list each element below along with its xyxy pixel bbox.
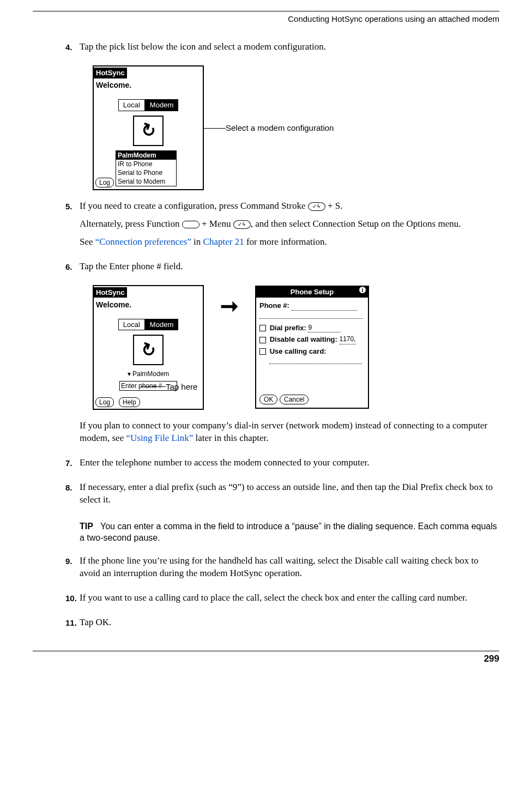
dial-prefix-label: Dial prefix: [270, 324, 306, 332]
calling-card-field[interactable] [269, 359, 362, 364]
modem-config-list[interactable]: PalmModem IR to Phone Serial to Phone Se… [116, 150, 177, 187]
phone-number-field-2[interactable] [259, 314, 363, 319]
page-number: 299 [33, 653, 499, 665]
disable-cw-field[interactable]: 1170, [340, 335, 356, 344]
step-11-text: Tap OK. [80, 616, 499, 629]
link-connection-prefs[interactable]: “Connection preferences” [95, 237, 191, 247]
running-header: Conducting HotSync operations using an a… [33, 14, 499, 25]
disable-cw-label: Disable call waiting: [270, 335, 337, 343]
hotsync-title-2: HotSync [94, 287, 127, 298]
step-9: 9. If the phone line you’re using for th… [65, 555, 499, 585]
phone-number-row: Phone #: [259, 301, 365, 311]
modem-dropdown[interactable]: ▾ PalmModem [94, 370, 203, 378]
disable-cw-checkbox[interactable] [259, 337, 266, 343]
hotsync-icon-2[interactable]: ↻ [133, 335, 164, 365]
tip-text: You can enter a comma in the field to in… [80, 522, 497, 543]
step-9-text: If the phone line you’re using for the h… [80, 555, 499, 580]
ok-button[interactable]: OK [259, 395, 277, 404]
step-6: 6. Tap the Enter phone # field. [65, 261, 499, 279]
step-5-line3: See “Connection preferences” in Chapter … [80, 236, 499, 249]
calling-card-checkbox[interactable] [259, 348, 266, 355]
figure-1: HotSync Welcome. Local Modem ↻ PalmModem… [93, 65, 499, 190]
dial-prefix-field[interactable]: 9 [308, 323, 341, 332]
list-item-serial-phone[interactable]: Serial to Phone [116, 168, 176, 177]
welcome-text: Welcome. [96, 80, 203, 90]
tab-local[interactable]: Local [118, 99, 145, 111]
phone-number-field[interactable] [292, 310, 357, 311]
hotsync-icon[interactable]: ↻ [133, 116, 164, 146]
step-8-text: If necessary, enter a dial prefix (such … [80, 481, 499, 506]
help-button[interactable]: Help [119, 397, 140, 407]
step-6-text: Tap the Enter phone # field. [80, 261, 499, 273]
step-11-num: 11. [65, 616, 80, 634]
step-5: 5. If you need to create a configuration… [65, 200, 499, 254]
phone-setup-title: Phone Setup i [256, 287, 368, 298]
log-button[interactable]: Log [95, 178, 114, 187]
step-11: 11. Tap OK. [65, 616, 499, 634]
list-item-palmmodem[interactable]: PalmModem [116, 151, 176, 160]
step-6-note: If you plan to connect to your company’s… [65, 420, 499, 450]
step-7-text: Enter the telephone number to access the… [80, 457, 499, 469]
step-7: 7. Enter the telephone number to access … [65, 457, 499, 475]
step-8: 8. If necessary, enter a dial prefix (su… [65, 481, 499, 512]
step-10: 10. If you want to use a calling card to… [65, 592, 499, 610]
calling-card-label: Use calling card: [270, 347, 327, 355]
tab-local-2[interactable]: Local [118, 319, 145, 331]
phone-setup-dialog: Phone Setup i Phone #: Dial prefix: 9 [255, 286, 369, 409]
callout-select-modem: Select a modem configuration [226, 123, 334, 134]
tip-block: TIP You can enter a comma in the field t… [80, 520, 499, 544]
step-9-num: 9. [65, 555, 80, 585]
palm-screen-1: HotSync Welcome. Local Modem ↻ PalmModem… [93, 65, 204, 190]
hotsync-title: HotSync [94, 68, 127, 78]
step-5-line2: Alternately, press Function + Menu ✓ϟ, a… [80, 218, 499, 231]
step-4-num: 4. [65, 41, 80, 59]
tab-modem[interactable]: Modem [145, 99, 178, 111]
step-7-num: 7. [65, 457, 80, 475]
step-5-line1: If you need to create a configuration, p… [80, 200, 499, 213]
log-button-2[interactable]: Log [95, 397, 114, 407]
step-10-num: 10. [65, 592, 80, 610]
list-item-serial-modem[interactable]: Serial to Modem [116, 177, 176, 186]
tip-label: TIP [80, 522, 93, 531]
function-key-icon [182, 221, 200, 228]
link-chapter-21[interactable]: Chapter 21 [203, 237, 244, 247]
menu-key-icon: ✓ϟ [233, 220, 251, 229]
welcome-text-2: Welcome. [96, 300, 203, 310]
step-10-text: If you want to use a calling card to pla… [80, 592, 499, 604]
command-stroke-icon: ✓ϟ [308, 202, 325, 211]
step-8-num: 8. [65, 481, 80, 512]
step-6-num: 6. [65, 261, 80, 279]
step-5-num: 5. [65, 200, 80, 254]
info-icon[interactable]: i [359, 287, 366, 293]
dial-prefix-checkbox[interactable] [259, 325, 266, 331]
sync-glyph-icon: ↻ [137, 117, 159, 144]
step-4-text: Tap the pick list below the icon and sel… [80, 41, 499, 53]
arrow-icon: ➞ [220, 302, 239, 311]
link-using-file-link[interactable]: “Using File Link” [126, 433, 193, 443]
tab-modem-2[interactable]: Modem [145, 319, 178, 331]
callout-tap-here: Tap here [166, 382, 197, 392]
step-4: 4. Tap the pick list below the icon and … [65, 41, 499, 59]
sync-glyph-icon-2: ↻ [137, 336, 159, 364]
list-item-ir[interactable]: IR to Phone [116, 160, 176, 168]
cancel-button[interactable]: Cancel [280, 395, 309, 404]
figure-2: HotSync Welcome. Local Modem ↻ ▾ PalmMod… [93, 285, 499, 410]
